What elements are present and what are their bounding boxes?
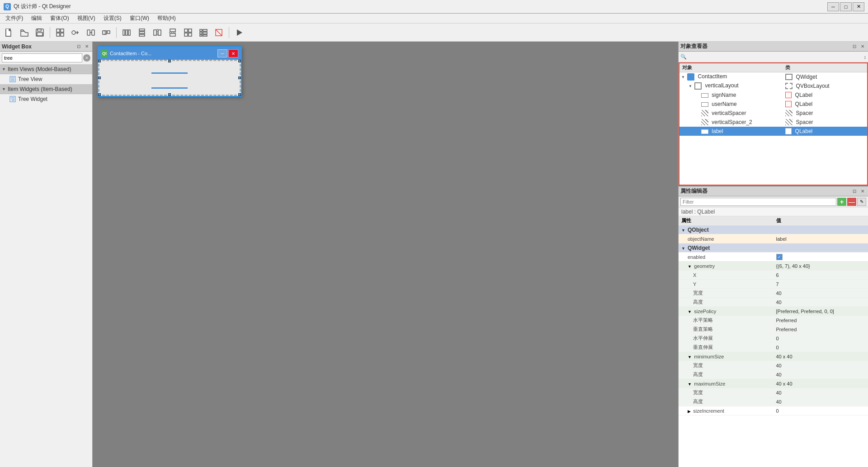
inspector-filter-icon: 🔍 — [680, 54, 687, 60]
svg-rect-33 — [189, 33, 192, 36]
inspector-row-vspacer1[interactable]: verticalSpacer Spacer — [679, 109, 867, 118]
search-bar: ✕ — [0, 52, 92, 64]
save-button[interactable] — [33, 25, 47, 40]
tree-view-label: Tree View — [18, 76, 42, 82]
prop-name-maxwidth: 宽度 — [679, 388, 774, 397]
search-clear-button[interactable]: ✕ — [83, 54, 90, 62]
svg-rect-24 — [154, 30, 156, 35]
inspector-row-verticallayout[interactable]: ▼ verticalLayout QVBoxLayout — [679, 81, 867, 91]
type-icon-signname — [785, 92, 792, 98]
layout-v-btn[interactable] — [135, 25, 149, 40]
prop-row-maxsize[interactable]: ▼ maximumSize 40 x 40 — [679, 379, 868, 388]
svg-rect-30 — [184, 29, 188, 32]
minimize-button[interactable]: ─ — [827, 2, 839, 11]
obj-type-vspacer2: Spacer — [796, 119, 813, 125]
layout-grid-btn[interactable] — [181, 25, 195, 40]
canvas-area[interactable]: Qt ContactItem - Co... ─ ✕ — [93, 42, 678, 467]
inspector-float-btn[interactable]: ⊡ — [851, 43, 858, 50]
prop-close-btn[interactable]: ✕ — [859, 188, 866, 195]
toolbar: 1 — [0, 24, 868, 42]
prop-row-hpolicy[interactable]: 水平策略 Preferred — [679, 316, 868, 325]
menu-form[interactable]: 窗体(O) — [47, 14, 72, 23]
group-item-widgets-header[interactable]: ▼ Item Widgets (Item-Based) — [0, 84, 92, 94]
menu-file[interactable]: 文件(F) — [2, 14, 27, 23]
prop-row-hstretch[interactable]: 水平伸展 0 — [679, 334, 868, 343]
tree-view-item[interactable]: Tree View — [0, 74, 92, 84]
buddy-btn[interactable] — [84, 25, 98, 40]
prop-row-sizepolicy[interactable]: ▼ sizePolicy [Preferred, Preferred, 0, 0… — [679, 307, 868, 316]
form-window[interactable]: Qt ContactItem - Co... ─ ✕ — [97, 46, 242, 97]
inspector-row-label[interactable]: label QLabel — [679, 127, 867, 136]
prop-row-enabled[interactable]: enabled ✓ — [679, 253, 868, 262]
prop-float-btn[interactable]: ⊡ — [851, 188, 858, 195]
close-button[interactable]: ✕ — [853, 2, 864, 11]
menu-settings[interactable]: 设置(S) — [100, 14, 125, 23]
group-item-widgets: ▼ Item Widgets (Item-Based) Tree Widget — [0, 84, 92, 104]
prop-value-height-geom: 40 — [774, 298, 868, 307]
inspector-close-btn[interactable]: ✕ — [859, 43, 866, 50]
group-item-views-header[interactable]: ▼ Item Views (Model-Based) — [0, 64, 92, 74]
search-input[interactable] — [2, 53, 82, 62]
object-inspector: 对象查看器 ⊡ ✕ 🔍 ↕ 对象 类 — [679, 42, 868, 186]
type-icon-vspacer1 — [785, 110, 793, 116]
inspector-row-username[interactable]: userName QLabel — [679, 100, 867, 109]
menu-help[interactable]: 帮助(H) — [154, 14, 179, 23]
prop-row-maxwidth[interactable]: 宽度 40 — [679, 388, 868, 397]
inspector-row-contactitem[interactable]: ▼ ContactItem QWidget — [679, 72, 867, 82]
enabled-checkbox[interactable]: ✓ — [776, 254, 783, 260]
prop-row-maxheight[interactable]: 高度 40 — [679, 397, 868, 406]
form-content[interactable] — [98, 60, 241, 96]
layout-v-split-btn[interactable] — [165, 25, 180, 40]
prop-row-x[interactable]: X 6 — [679, 271, 868, 280]
layout-h-split-btn[interactable] — [150, 25, 165, 40]
prop-row-minwidth[interactable]: 宽度 40 — [679, 361, 868, 370]
section-label-qobject: QObject — [688, 227, 709, 233]
prop-row-minsize[interactable]: ▼ minimumSize 40 x 40 — [679, 352, 868, 361]
menu-view[interactable]: 视图(V) — [74, 14, 99, 23]
inspector-content[interactable]: 对象 类 ▼ ContactItem — [679, 62, 868, 186]
prop-row-sizeincrement[interactable]: ▶ sizeIncrement 0 — [679, 406, 868, 415]
break-layout-btn[interactable] — [212, 25, 226, 40]
widget-box-close-btn[interactable]: ✕ — [83, 43, 90, 50]
prop-add-button[interactable]: + — [837, 198, 846, 206]
prop-value-enabled[interactable]: ✓ — [774, 253, 868, 262]
prop-content[interactable]: 属性 值 ▼ QObject objectNa — [679, 216, 868, 467]
preview-btn[interactable] — [232, 25, 246, 40]
expand-arrow-sizepolicy: ▼ — [688, 310, 692, 314]
prop-value-width-geom: 40 — [774, 289, 868, 298]
layout-formgrid-btn[interactable] — [196, 25, 211, 40]
prop-row-vpolicy[interactable]: 垂直策略 Preferred — [679, 325, 868, 334]
prop-remove-button[interactable]: — — [847, 198, 856, 206]
prop-row-width-geom[interactable]: 宽度 40 — [679, 289, 868, 298]
layout-h-btn[interactable] — [119, 25, 134, 40]
prop-edit-button[interactable]: ✎ — [857, 198, 866, 206]
prop-row-vstretch[interactable]: 垂直伸展 0 — [679, 343, 868, 352]
label-indicator-1 — [151, 72, 188, 74]
prop-filter-input[interactable] — [680, 198, 836, 206]
new-button[interactable] — [2, 25, 16, 40]
prop-row-objectname[interactable]: objectName label — [679, 234, 868, 243]
maximize-button[interactable]: □ — [840, 2, 852, 11]
menu-edit[interactable]: 编辑 — [28, 14, 46, 23]
prop-row-geometry[interactable]: ▼ geometry {(6, 7), 40 x 40} — [679, 262, 868, 271]
prop-row-height-geom[interactable]: 高度 40 — [679, 298, 868, 307]
prop-value-hpolicy: Preferred — [774, 316, 868, 325]
signal-slot-btn[interactable] — [68, 25, 83, 40]
prop-name-hpolicy: 水平策略 — [679, 316, 774, 325]
prop-row-y[interactable]: Y 7 — [679, 280, 868, 289]
taborder-btn[interactable]: 1 — [99, 25, 113, 40]
inspector-row-vspacer2[interactable]: verticalSpacer_2 Spacer — [679, 118, 867, 127]
obj-type-vlayout: QVBoxLayout — [796, 83, 830, 89]
inspector-row-signname[interactable]: signName QLabel — [679, 91, 867, 100]
form-qt-icon: Qt — [101, 50, 108, 57]
widget-editor-btn[interactable] — [53, 25, 67, 40]
open-button[interactable] — [17, 25, 32, 40]
widget-box-float-btn[interactable]: ⊡ — [75, 43, 82, 50]
svg-marker-42 — [237, 29, 242, 36]
prop-row-minheight[interactable]: 高度 40 — [679, 370, 868, 379]
form-minimize-btn[interactable]: ─ — [217, 49, 227, 57]
menu-window[interactable]: 窗口(W) — [126, 14, 153, 23]
tree-widget-item[interactable]: Tree Widget — [0, 94, 92, 104]
svg-rect-32 — [184, 33, 188, 36]
form-close-btn[interactable]: ✕ — [228, 49, 238, 57]
